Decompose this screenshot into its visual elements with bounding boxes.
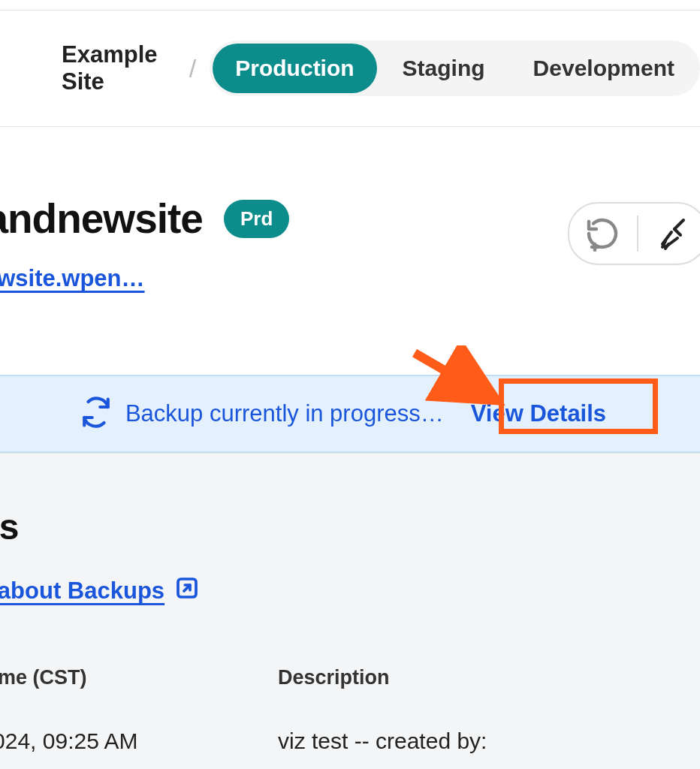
toolbar-separator (637, 216, 638, 252)
broom-icon[interactable] (653, 214, 692, 253)
tab-development[interactable]: Development (511, 44, 697, 93)
site-header: randnewsite Prd newsite.wpen… (0, 127, 700, 292)
refresh-icon (80, 397, 112, 431)
view-details-link[interactable]: View Details (457, 391, 620, 436)
breadcrumb-site-name[interactable]: Example Site (62, 41, 176, 95)
breadcrumb-bar: Example Site / Production Staging Develo… (0, 11, 700, 127)
table-header-row: nd time (CST) Description (0, 666, 700, 689)
cell-description: viz test -- created by: (278, 728, 487, 754)
history-add-icon[interactable] (583, 214, 622, 253)
progress-message: Backup currently in progress… (125, 400, 444, 427)
learn-more-link[interactable]: ore about Backups (0, 576, 199, 606)
tab-production[interactable]: Production (213, 44, 376, 93)
column-header-description: Description (278, 666, 390, 689)
tab-staging[interactable]: Staging (380, 44, 508, 93)
backup-progress-banner: Backup currently in progress… View Detai… (0, 375, 700, 453)
environment-badge: Prd (224, 200, 289, 238)
site-name: randnewsite (0, 195, 203, 243)
cell-time: 9, 2024, 09:25 AM (0, 728, 278, 754)
site-url-link[interactable]: newsite.wpen… (0, 265, 289, 292)
section-title: ups (0, 506, 700, 547)
environment-tabs: Production Staging Development (210, 41, 700, 96)
breadcrumb-separator: / (189, 54, 196, 83)
column-header-time: nd time (CST) (0, 666, 278, 689)
backups-section: ups ore about Backups nd time (CST) Desc… (0, 453, 700, 769)
external-link-icon (175, 576, 199, 606)
table-row[interactable]: 9, 2024, 09:25 AM viz test -- created by… (0, 728, 700, 754)
action-toolbar (568, 202, 700, 265)
